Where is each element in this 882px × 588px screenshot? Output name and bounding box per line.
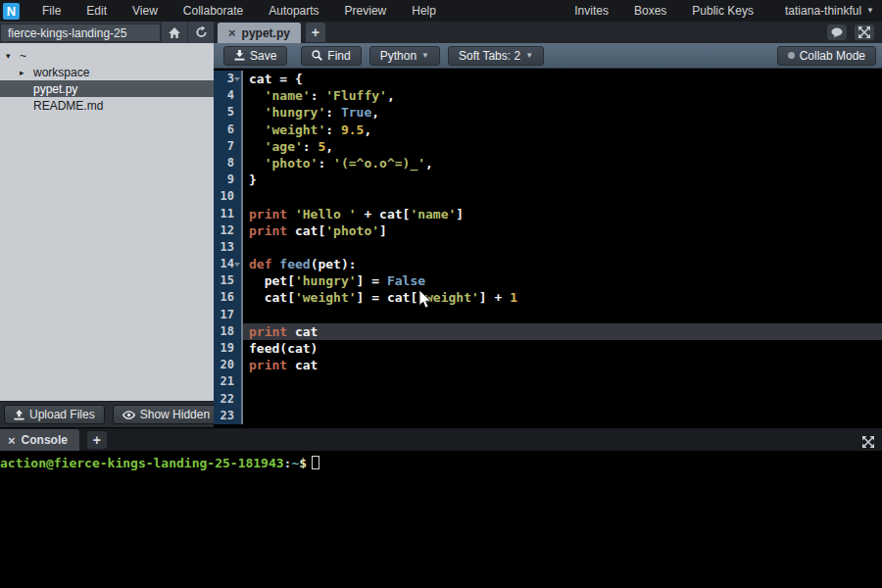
code-text: print cat <box>243 323 882 340</box>
menubar-item-help[interactable]: Help <box>399 0 449 22</box>
upload-files-button[interactable]: Upload Files <box>4 405 105 424</box>
tree-item-label: workspace <box>33 66 89 79</box>
token-plain: ] <box>379 223 387 238</box>
menubar-item-view[interactable]: View <box>120 0 171 22</box>
code-line: 20print cat <box>214 357 882 373</box>
token-plain: ] = <box>357 273 387 288</box>
token-fn: feed <box>279 257 310 271</box>
code-editor[interactable]: 3cat = {4 'name': 'Fluffy',5 'hungry': T… <box>214 69 882 427</box>
code-line: 9} <box>214 172 882 188</box>
language-label: Python <box>380 49 416 63</box>
file-sidebar: ▾~▸workspacepypet.pyREADME.md Upload Fil… <box>0 43 214 427</box>
code-line: 6 'weight': 9.5, <box>214 122 882 138</box>
tab-console[interactable]: × Console <box>0 429 79 451</box>
menubar-item-preview[interactable]: Preview <box>332 0 400 22</box>
token-plain: : <box>325 105 341 120</box>
show-hidden-button[interactable]: Show Hidden <box>113 405 220 424</box>
code-text <box>243 408 882 424</box>
find-label: Find <box>327 49 350 63</box>
code-text <box>243 307 882 323</box>
upload-icon <box>14 410 24 420</box>
menubar-item-public-keys[interactable]: Public Keys <box>679 0 766 22</box>
menubar-item-boxes[interactable]: Boxes <box>621 0 679 22</box>
token-str: 'photo' <box>265 156 318 171</box>
menubar-left: FileEditViewCollaborateAutopartsPreviewH… <box>29 0 449 22</box>
tab-pypet-py[interactable]: × pypet.py <box>218 23 301 43</box>
token-plain: cat[ <box>287 223 325 238</box>
code-text: def feed(pet): <box>243 256 882 272</box>
token-str: 'Hello ' <box>295 207 357 221</box>
home-button[interactable] <box>161 22 187 43</box>
token-kw: def <box>249 257 271 271</box>
tree-item-item[interactable]: ▾~ <box>0 47 214 64</box>
token-plain: cat[ <box>249 290 295 305</box>
token-str: 'weight' <box>417 290 479 305</box>
workspace-and-tabs-row: fierce-kings-landing-25 × pypet.py + <box>0 22 882 43</box>
menubar-item-collaborate[interactable]: Collaborate <box>171 0 256 22</box>
terminal-user-host: action@fierce-kings-landing-25-181943 <box>0 456 284 470</box>
close-tab-icon[interactable]: × <box>228 26 236 39</box>
editor-tabstrip: × pypet.py + <box>214 22 882 43</box>
collab-mode-button[interactable]: Collab Mode <box>777 46 876 66</box>
expand-icon <box>858 26 870 38</box>
menubar-item-file[interactable]: File <box>29 0 74 22</box>
token-plain: , <box>387 88 395 103</box>
user-menu[interactable]: tatiana-thinkful ▼ <box>772 4 882 18</box>
new-console-button[interactable]: + <box>87 431 107 449</box>
tree-item-workspace[interactable]: ▸workspace <box>0 64 214 80</box>
menubar-item-invites[interactable]: Invites <box>562 0 621 22</box>
save-button[interactable]: Save <box>223 46 287 66</box>
chat-button[interactable] <box>827 24 847 40</box>
token-plain: feed(cat) <box>249 341 318 356</box>
line-number: 4 <box>214 87 243 104</box>
token-plain: : <box>325 122 341 137</box>
find-button[interactable]: Find <box>301 46 361 66</box>
chevron-right-icon[interactable]: ▸ <box>20 68 33 77</box>
token-kw: print <box>249 358 287 372</box>
refresh-button[interactable] <box>187 22 214 43</box>
tree-item-pypet-py[interactable]: pypet.py <box>0 80 214 97</box>
tree-item-readme-md[interactable]: README.md <box>0 97 214 114</box>
console-tab-label: Console <box>22 433 68 447</box>
code-text: print cat['photo'] <box>243 222 882 239</box>
chat-icon <box>831 27 844 38</box>
token-plain: : <box>318 156 333 171</box>
show-hidden-label: Show Hidden <box>140 408 210 421</box>
fold-marker[interactable] <box>234 263 240 267</box>
app-logo[interactable]: N <box>3 3 20 20</box>
code-text: 'age': 5, <box>243 138 882 155</box>
code-text <box>243 239 882 256</box>
chevron-down-icon[interactable]: ▾ <box>6 51 20 61</box>
terminal[interactable]: action@fierce-kings-landing-25-181943:~$ <box>0 451 882 471</box>
code-line: 12print cat['photo'] <box>214 222 882 239</box>
new-tab-button[interactable]: + <box>306 23 325 42</box>
line-number: 9 <box>214 172 243 188</box>
code-line: 13 <box>214 239 882 256</box>
soft-tabs-dropdown[interactable]: Soft Tabs: 2 ▼ <box>448 46 544 66</box>
code-text: print 'Hello ' + cat['name'] <box>243 206 882 222</box>
token-plain: ] = cat[ <box>357 290 418 305</box>
token-str: 'weight' <box>295 290 357 305</box>
console-expand-button[interactable] <box>862 436 874 448</box>
console-panel: × Console + action@fierce-kings-landing-… <box>0 427 882 588</box>
fold-marker[interactable] <box>234 77 240 81</box>
line-number: 5 <box>214 104 243 121</box>
expand-icon <box>862 436 874 448</box>
expand-button[interactable] <box>855 24 874 40</box>
tree-item-label: pypet.py <box>33 82 77 96</box>
upload-files-label: Upload Files <box>29 408 95 421</box>
token-plain: (pet): <box>311 257 357 271</box>
menubar-item-autoparts[interactable]: Autoparts <box>256 0 331 22</box>
code-line: 15 pet['hungry'] = False <box>214 272 882 289</box>
tabstrip-icons <box>827 22 874 43</box>
line-number: 12 <box>214 222 243 239</box>
menubar-item-edit[interactable]: Edit <box>74 0 120 22</box>
token-plain: cat <box>287 324 318 339</box>
token-kw: print <box>249 223 287 238</box>
close-console-icon[interactable]: × <box>8 434 16 447</box>
workspace-title: fierce-kings-landing-25 <box>0 24 161 42</box>
line-number: 20 <box>214 357 243 373</box>
token-str: 'name' <box>410 207 456 221</box>
language-dropdown[interactable]: Python ▼ <box>369 46 440 66</box>
token-plain: ] <box>456 207 464 221</box>
